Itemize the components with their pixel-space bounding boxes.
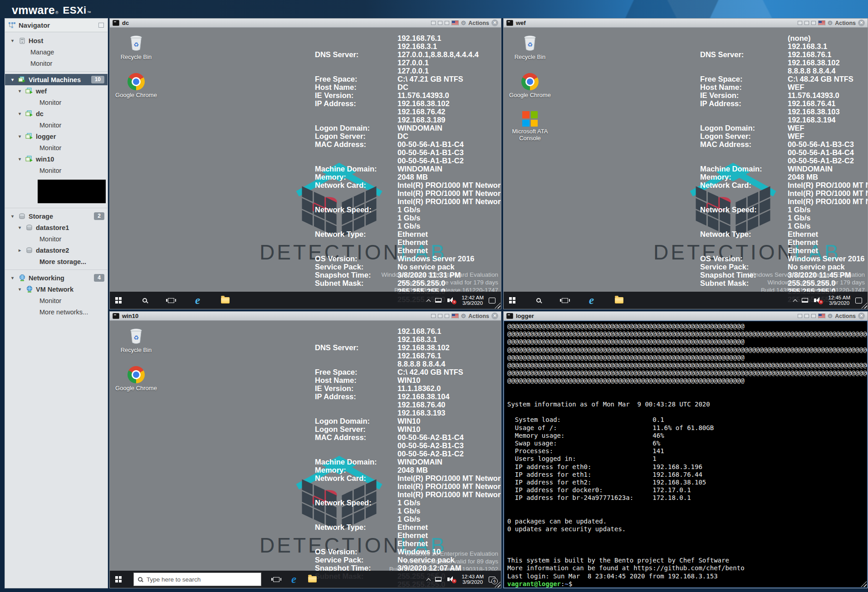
keyboard-layout-flag-icon[interactable] (451, 313, 459, 318)
close-icon[interactable]: ✕ (491, 20, 498, 26)
dc-desktop[interactable]: DETECTIONLAB ♻ Recycle Bin Google Chrome… (110, 28, 501, 309)
speaker-muted-icon[interactable]: ✕ (446, 297, 456, 303)
keyboard-layout-flag-icon[interactable] (451, 20, 459, 25)
chevron-down-icon[interactable]: ▾ (10, 38, 15, 43)
desktop-icon-recycle-bin[interactable]: ♻ Recycle Bin (115, 327, 157, 353)
internet-explorer-icon[interactable]: e (589, 295, 594, 305)
search-icon[interactable] (142, 298, 147, 303)
pin-window-icon[interactable] (98, 23, 104, 28)
sidebar-item-host-manage[interactable]: Manage (5, 46, 108, 58)
network-tray-icon[interactable] (435, 577, 441, 582)
desktop-icon-ata-console[interactable]: Microsoft ATA Console (509, 111, 551, 142)
desktop-icon-chrome[interactable]: Google Chrome (509, 73, 551, 98)
logger-terminal[interactable]: @@@@@@@@@@@@@@@@@@@@@@@@@@@@@@@@@@@@@@@@… (504, 321, 868, 588)
sidebar-item-logger-monitor[interactable]: Monitor (5, 142, 108, 153)
console-size-medium-button[interactable] (438, 314, 442, 318)
console-size-medium-button[interactable] (804, 21, 809, 25)
chevron-down-icon[interactable]: ▾ (17, 287, 23, 292)
network-tray-icon[interactable] (435, 298, 441, 303)
sidebar-item-more-storage[interactable]: More storage... (5, 256, 108, 267)
sidebar-item-host[interactable]: ▾ Host (5, 35, 108, 46)
file-explorer-icon[interactable] (308, 576, 317, 582)
close-icon[interactable]: ✕ (491, 313, 498, 319)
sidebar-item-vm-dc[interactable]: ▾ dc (5, 108, 108, 119)
chevron-down-icon[interactable]: ▾ (10, 275, 15, 280)
console-size-small-button[interactable] (431, 314, 436, 318)
console-size-large-button[interactable] (811, 314, 816, 318)
console-size-large-button[interactable] (445, 314, 449, 318)
sidebar-item-storage[interactable]: ▾ Storage 2 (5, 210, 108, 222)
chevron-down-icon[interactable]: ▾ (17, 157, 23, 161)
speaker-muted-icon[interactable]: ✕ (446, 576, 456, 582)
taskbar-clock[interactable]: 12:43 AM3/9/2020 (461, 574, 484, 585)
speaker-muted-icon[interactable]: ✕ (813, 297, 823, 303)
task-view-icon[interactable] (273, 577, 280, 582)
actions-button[interactable]: Actions (835, 313, 856, 319)
actions-button[interactable]: Actions (468, 313, 489, 319)
gear-icon[interactable]: ⚙ (828, 313, 833, 319)
task-view-icon[interactable] (168, 298, 174, 303)
chevron-down-icon[interactable]: ▾ (17, 88, 23, 93)
chevron-down-icon[interactable]: ▾ (10, 77, 15, 82)
console-size-small-button[interactable] (798, 21, 802, 25)
taskbar-clock[interactable]: 12:45 AM3/9/2020 (828, 295, 850, 306)
console-size-small-button[interactable] (431, 21, 436, 25)
chevron-down-icon[interactable]: ▾ (17, 134, 23, 139)
chevron-down-icon[interactable]: ▾ (10, 214, 15, 219)
win10-desktop[interactable]: DETECTIONLAB ♻ Recycle Bin Google Chrome… (110, 321, 501, 588)
console-size-medium-button[interactable] (438, 21, 442, 25)
file-explorer-icon[interactable] (221, 297, 230, 303)
chevron-up-icon[interactable] (427, 299, 431, 303)
chevron-down-icon[interactable]: ▾ (17, 225, 23, 230)
logger-panel-header[interactable]: logger ⚙ Actions ✕ (504, 312, 868, 321)
internet-explorer-icon[interactable]: e (195, 295, 200, 305)
sidebar-item-dc-monitor[interactable]: Monitor (5, 119, 108, 131)
sidebar-item-datastore1[interactable]: ▾ datastore1 (5, 222, 108, 233)
console-size-small-button[interactable] (798, 314, 802, 318)
sidebar-item-vm-wef[interactable]: ▾ wef (5, 85, 108, 97)
close-icon[interactable]: ✕ (858, 313, 865, 319)
start-button-icon[interactable] (509, 297, 515, 303)
chevron-right-icon[interactable]: ▸ (17, 248, 23, 253)
file-explorer-icon[interactable] (615, 297, 623, 303)
action-center-icon[interactable]: 6 (489, 577, 495, 582)
sidebar-item-datastore2[interactable]: ▸ datastore2 (5, 245, 108, 256)
sidebar-item-win10-monitor[interactable]: Monitor (5, 165, 108, 176)
keyboard-layout-flag-icon[interactable] (818, 313, 825, 318)
actions-button[interactable]: Actions (468, 20, 489, 26)
sidebar-item-vm-logger[interactable]: ▾ logger (5, 131, 108, 142)
chevron-down-icon[interactable]: ▾ (17, 111, 23, 116)
console-size-medium-button[interactable] (804, 314, 809, 318)
sidebar-item-networking[interactable]: ▾ Networking 4 (5, 272, 108, 284)
desktop-icon-chrome[interactable]: Google Chrome (115, 366, 157, 391)
sidebar-item-vm-network-monitor[interactable]: Monitor (5, 295, 108, 306)
gear-icon[interactable]: ⚙ (828, 20, 833, 26)
taskbar-clock[interactable]: 12:42 AM3/9/2020 (461, 295, 484, 306)
sidebar-item-host-monitor[interactable]: Monitor (5, 58, 108, 69)
win10-panel-header[interactable]: win10 ⚙ Actions ✕ (110, 312, 501, 321)
gear-icon[interactable]: ⚙ (461, 313, 466, 319)
start-button-icon[interactable] (115, 297, 122, 303)
close-icon[interactable]: ✕ (858, 20, 865, 26)
keyboard-layout-flag-icon[interactable] (818, 20, 825, 25)
network-tray-icon[interactable] (802, 298, 808, 303)
chevron-up-icon[interactable] (793, 299, 798, 303)
edge-icon[interactable]: e (291, 574, 296, 584)
sidebar-item-vm-win10[interactable]: ▾ win10 (5, 153, 108, 165)
sidebar-item-datastore1-monitor[interactable]: Monitor (5, 233, 108, 245)
console-size-large-button[interactable] (811, 21, 816, 25)
desktop-icon-recycle-bin[interactable]: ♻ Recycle Bin (509, 34, 551, 60)
sidebar-item-more-networks[interactable]: More networks... (5, 306, 108, 318)
wef-desktop[interactable]: DETECTIONLAB ♻ Recycle Bin Google Chrome… (504, 28, 868, 309)
dc-panel-header[interactable]: dc ⚙ Actions ✕ (110, 19, 501, 28)
start-button-icon[interactable] (115, 576, 122, 582)
search-input[interactable]: Type here to search (133, 572, 261, 586)
desktop-icon-chrome[interactable]: Google Chrome (115, 73, 157, 98)
wef-panel-header[interactable]: wef ⚙ Actions ✕ (504, 19, 868, 28)
chevron-up-icon[interactable] (427, 578, 431, 582)
action-center-icon[interactable] (489, 298, 495, 303)
task-view-icon[interactable] (562, 298, 568, 303)
gear-icon[interactable]: ⚙ (461, 20, 466, 26)
action-center-icon[interactable] (855, 298, 862, 303)
desktop-icon-recycle-bin[interactable]: ♻ Recycle Bin (115, 34, 157, 60)
